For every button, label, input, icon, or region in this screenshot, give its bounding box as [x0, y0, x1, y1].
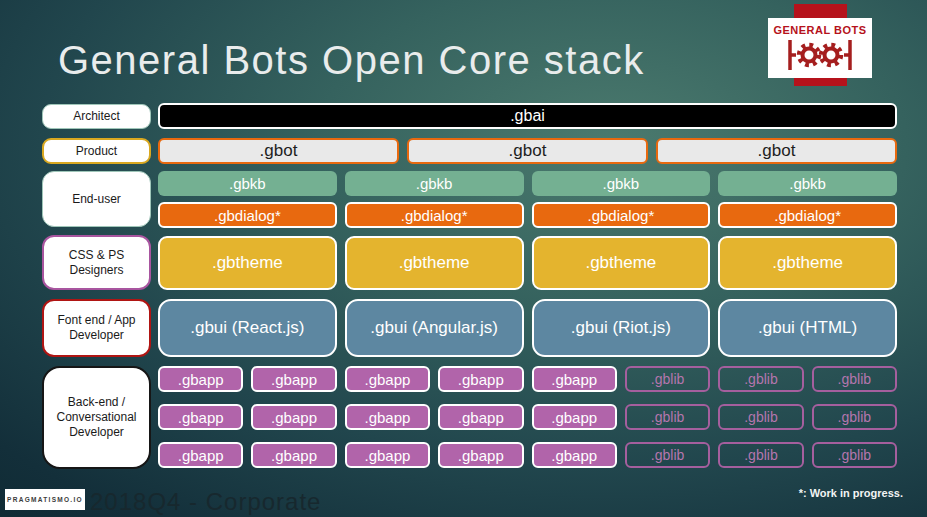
label-end-user: End-user: [42, 171, 151, 227]
gbkb-box: .gbkb: [718, 171, 897, 196]
gbapp-box: .gbapp: [438, 442, 523, 468]
gbapp-box: .gbapp: [345, 442, 430, 468]
gbapp-box: .gbapp: [345, 404, 430, 430]
row-gbdialog: .gbdialog* .gbdialog* .gbdialog* .gbdial…: [158, 202, 897, 228]
row-gbot: .gbot .gbot .gbot: [158, 138, 897, 164]
row-gbkb: .gbkb .gbkb .gbkb .gbkb: [158, 171, 897, 196]
row-gbtheme: .gbtheme .gbtheme .gbtheme .gbtheme: [158, 236, 897, 290]
label-architect: Architect: [42, 104, 151, 129]
gbapp-box: .gbapp: [251, 442, 336, 468]
gbtheme-box: .gbtheme: [718, 236, 897, 290]
gbkb-box: .gbkb: [345, 171, 524, 196]
gblib-box: .gblib: [812, 366, 897, 392]
gbapp-box: .gbapp: [532, 442, 617, 468]
gbdialog-box: .gbdialog*: [158, 202, 337, 228]
gbapp-box: .gbapp: [532, 366, 617, 392]
page-title: General Bots Open Core stack: [58, 38, 645, 83]
gbkb-box: .gbkb: [532, 171, 711, 196]
gbot-box: .gbot: [158, 138, 399, 164]
gbui-riot-box: .gbui (Riot.js): [532, 299, 711, 357]
logo-wordmark: GENERAL BOTS: [773, 24, 866, 36]
row-gbai: .gbai: [158, 103, 897, 129]
gblib-box: .gblib: [718, 442, 803, 468]
gbapp-box: .gbapp: [251, 366, 336, 392]
label-frontend-app-developer: Font end / App Developer: [42, 299, 151, 357]
gbtheme-box: .gbtheme: [158, 236, 337, 290]
gbdialog-box: .gbdialog*: [718, 202, 897, 228]
gbui-angular-box: .gbui (Angular.js): [345, 299, 524, 357]
row-gbui: .gbui (React.js) .gbui (Angular.js) .gbu…: [158, 299, 897, 357]
row-gbapp-3: .gbapp .gbapp .gbapp .gbapp .gbapp .gbli…: [158, 442, 897, 468]
gbapp-box: .gbapp: [438, 366, 523, 392]
row-gbapp-1: .gbapp .gbapp .gbapp .gbapp .gbapp .gbli…: [158, 366, 897, 392]
gbui-html-box: .gbui (HTML): [718, 299, 897, 357]
gblib-box: .gblib: [812, 404, 897, 430]
gblib-box: .gblib: [718, 366, 803, 392]
gbot-box: .gbot: [656, 138, 897, 164]
gblib-box: .gblib: [625, 442, 710, 468]
gbai-box: .gbai: [158, 103, 897, 129]
footer-edition-text: 2018Q4 - Corporate: [90, 488, 321, 516]
gblib-box: .gblib: [812, 442, 897, 468]
gbapp-box: .gbapp: [438, 404, 523, 430]
pragmatismo-logo: PRAGMATISMO.IO: [5, 489, 85, 510]
gbapp-box: .gbapp: [158, 366, 243, 392]
row-gbapp-2: .gbapp .gbapp .gbapp .gbapp .gbapp .gbli…: [158, 404, 897, 430]
gbkb-box: .gbkb: [158, 171, 337, 196]
general-bots-logo: GENERAL BOTS: [768, 18, 872, 78]
gbapp-box: .gbapp: [251, 404, 336, 430]
gblib-box: .gblib: [718, 404, 803, 430]
gblib-box: .gblib: [625, 366, 710, 392]
gbapp-box: .gbapp: [158, 404, 243, 430]
gbapp-box: .gbapp: [158, 442, 243, 468]
gbdialog-box: .gbdialog*: [345, 202, 524, 228]
gears-icon: [782, 37, 858, 73]
work-in-progress-note: *: Work in progress.: [799, 487, 903, 499]
gbapp-box: .gbapp: [532, 404, 617, 430]
gblib-box: .gblib: [625, 404, 710, 430]
gbot-box: .gbot: [407, 138, 648, 164]
slide: General Bots Open Core stack GENERAL BOT…: [0, 0, 927, 517]
label-product: Product: [42, 138, 151, 164]
gbtheme-box: .gbtheme: [345, 236, 524, 290]
label-css-ps-designers: CSS & PS Designers: [42, 235, 151, 290]
gbtheme-box: .gbtheme: [532, 236, 711, 290]
gbdialog-box: .gbdialog*: [532, 202, 711, 228]
gbui-react-box: .gbui (React.js): [158, 299, 337, 357]
label-backend-conversational-developer: Back-end / Conversational Developer: [42, 366, 151, 469]
gbapp-box: .gbapp: [345, 366, 430, 392]
